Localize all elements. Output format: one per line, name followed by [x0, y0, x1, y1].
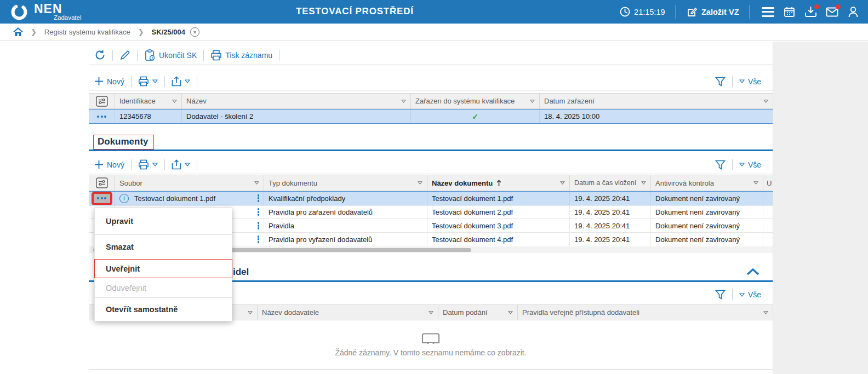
column-filter-icon[interactable] — [418, 181, 422, 185]
collapse-section-icon[interactable] — [746, 268, 760, 275]
attachment-menu-icon[interactable] — [258, 194, 260, 202]
panel-bottom-border — [89, 369, 773, 370]
divider — [768, 289, 768, 300]
column-filter-icon[interactable] — [254, 181, 259, 185]
view-filter-dropdown[interactable]: Vše — [739, 290, 761, 299]
export-icon — [172, 159, 181, 170]
export-documents-button[interactable] — [172, 159, 190, 170]
filter-icon[interactable] — [715, 290, 726, 300]
menu-item-upravit[interactable]: Upravit — [95, 208, 232, 235]
column-filter-icon[interactable] — [530, 100, 535, 103]
clock-time: 21:15:19 — [634, 8, 665, 16]
column-filter-icon[interactable] — [172, 100, 177, 103]
export-button[interactable] — [172, 76, 190, 87]
finish-sk-button[interactable]: Ukončit SK — [144, 49, 197, 61]
nen-logo[interactable]: NEN Zadavatel — [10, 3, 82, 21]
edit-icon — [687, 7, 698, 18]
new-document-button[interactable]: Nový — [94, 160, 124, 169]
divider — [112, 50, 113, 61]
cell-datum-zarazeni: 18. 4. 2025 10:00 — [540, 110, 773, 123]
divider — [732, 159, 733, 170]
divider — [768, 76, 768, 87]
menu-item-otevrit-samostatne[interactable]: Otevřít samostatně — [95, 298, 232, 321]
documents-table-header: Soubor Typ dokumentu Název dokumentu Dat… — [89, 175, 773, 191]
cell-typ: Pravidla pro vyřazení dodavatelů — [264, 233, 427, 246]
print-documents-button[interactable] — [138, 159, 158, 170]
print-record-label: Tisk záznamu — [225, 51, 272, 60]
close-tab-icon[interactable]: ✕ — [190, 27, 199, 37]
dropdown-triangle-icon[interactable] — [152, 79, 158, 83]
calendar-button[interactable] — [782, 5, 796, 19]
row-menu-icon-pressed — [93, 193, 111, 204]
column-filter-icon[interactable] — [763, 100, 768, 103]
column-filter-icon[interactable] — [753, 181, 758, 185]
view-filter-dropdown[interactable]: Vše — [739, 160, 761, 169]
main-menu-button[interactable] — [761, 5, 775, 19]
divider — [768, 159, 768, 170]
edit-record-button[interactable] — [119, 50, 130, 61]
column-settings-icon — [96, 96, 108, 107]
dropdown-triangle-icon[interactable] — [152, 163, 158, 166]
divider — [750, 5, 751, 19]
cell-uverejneno — [763, 205, 773, 218]
create-vz-button[interactable]: Založit VZ — [687, 7, 739, 18]
clock-icon — [620, 7, 630, 17]
divider — [197, 159, 197, 170]
column-filter-icon[interactable] — [763, 311, 768, 314]
refresh-button[interactable] — [94, 49, 106, 61]
dropdown-triangle-icon — [739, 163, 745, 166]
cell-uverejneno — [763, 233, 773, 246]
column-filter-icon[interactable] — [508, 311, 513, 314]
print-list-button[interactable] — [138, 76, 158, 87]
column-filter-icon[interactable] — [401, 100, 406, 103]
doc-col-nazev-sorted[interactable]: Název dokumentu — [427, 175, 570, 191]
profile-button[interactable] — [846, 5, 860, 19]
dropdown-triangle-icon[interactable] — [185, 163, 190, 166]
top-bar: NEN Zadavatel TESTOVACÍ PROSTŘEDÍ 21:15:… — [0, 0, 868, 24]
right-gutter — [773, 42, 868, 374]
info-icon[interactable]: i — [119, 194, 129, 203]
inbox-button[interactable] — [803, 5, 818, 19]
column-filter-icon[interactable] — [429, 311, 433, 314]
print-record-button[interactable]: Tisk záznamu — [210, 50, 272, 61]
filter-icon[interactable] — [715, 77, 726, 87]
qual-col-datum[interactable]: Datum zařazení — [540, 94, 773, 108]
column-settings-button[interactable] — [89, 175, 115, 191]
section-divider — [89, 149, 773, 151]
menu-item-smazat[interactable]: Smazat — [95, 235, 232, 259]
attachment-menu-icon[interactable] — [258, 222, 260, 229]
attachment-menu-icon[interactable] — [258, 235, 260, 243]
cell-antivir: Dokument není zavirovaný — [651, 219, 763, 232]
doc-col-antivir[interactable]: Antivirová kontrola — [651, 175, 763, 191]
doc-col-typ[interactable]: Typ dokumentu — [264, 175, 427, 191]
dropdown-triangle-icon[interactable] — [185, 79, 190, 83]
suppliers-col-dodavatel[interactable]: Název dodavatele — [258, 305, 438, 320]
column-filter-icon[interactable] — [248, 311, 253, 314]
row-menu-button[interactable] — [89, 110, 115, 123]
doc-col-uverejneno-truncated[interactable]: Uv — [763, 175, 773, 191]
cell-nazev: Testovací dokument 4.pdf — [427, 233, 570, 246]
suppliers-col-podani[interactable]: Datum podání — [438, 305, 518, 320]
qual-col-nazev[interactable]: Název — [182, 94, 411, 108]
qual-col-zarazen[interactable]: Zařazen do systému kvalifikace — [411, 94, 540, 108]
suppliers-col-pravidla[interactable]: Pravidla veřejně přístupná dodavateli — [518, 305, 773, 320]
qual-col-identifikace[interactable]: Identifikace — [115, 94, 182, 108]
qualification-row[interactable]: 12345678 Dodavatel - školení 2 ✓ 18. 4. … — [89, 109, 773, 124]
view-filter-dropdown[interactable]: Vše — [739, 77, 761, 86]
document-row-1[interactable]: i Testovací dokument 1.pdf Kvalifikační … — [89, 191, 773, 205]
column-settings-button[interactable] — [89, 94, 115, 108]
messages-button[interactable] — [825, 5, 839, 19]
row-menu-button-active[interactable] — [89, 192, 115, 205]
doc-col-datum[interactable]: Datum a čas vložení — [570, 175, 651, 191]
filter-icon[interactable] — [715, 160, 726, 170]
attachment-menu-icon[interactable] — [258, 208, 260, 216]
home-icon[interactable] — [13, 27, 23, 37]
breadcrumb-item-registr[interactable]: Registr systému kvalifikace — [44, 28, 130, 36]
sort-ascending-icon — [496, 180, 502, 187]
column-filter-icon[interactable] — [560, 181, 565, 185]
column-filter-icon[interactable] — [641, 181, 646, 185]
chevron-right-icon: ❯ — [31, 28, 37, 36]
new-button[interactable]: Nový — [94, 77, 124, 86]
doc-col-soubor[interactable]: Soubor — [115, 175, 264, 191]
menu-item-uverejnit[interactable]: Uveřejnit — [94, 259, 232, 278]
